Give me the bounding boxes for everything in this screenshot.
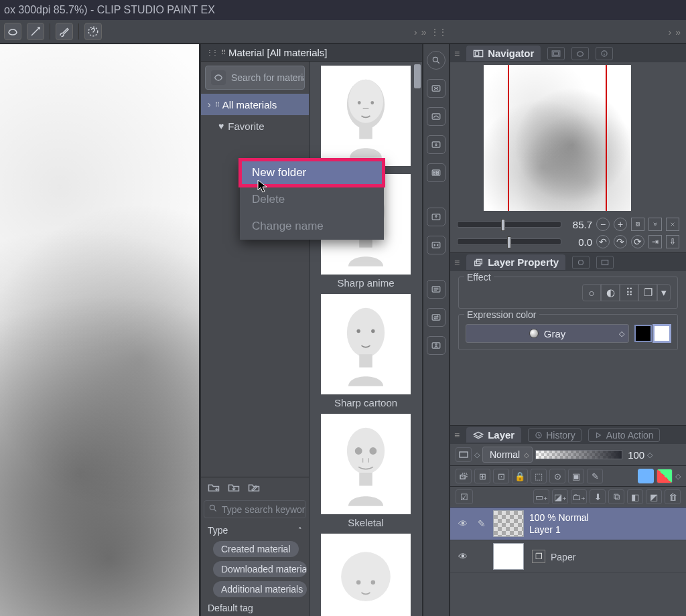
effect-dots-icon[interactable]: ⠿ (620, 284, 638, 301)
context-menu-new-folder[interactable]: New folder (240, 159, 384, 186)
chevron-right-icon[interactable]: › (414, 27, 417, 37)
new-vector-layer-icon[interactable]: ◪₊ (552, 489, 568, 504)
layer-mode-icon[interactable] (456, 447, 472, 462)
layer-thumbnail[interactable] (493, 543, 524, 570)
clip-mask-icon[interactable] (456, 469, 472, 483)
panel-grip-icon[interactable]: ≡ (454, 48, 460, 59)
zoom-slider[interactable] (457, 221, 561, 228)
tab-lp-extra-2-icon[interactable] (596, 256, 614, 269)
tree-item-favorite[interactable]: ♥ Favorite (201, 115, 309, 137)
import-folder-icon[interactable] (226, 481, 241, 493)
color-b-swatch[interactable] (657, 469, 673, 483)
help-tool-icon[interactable] (84, 23, 102, 40)
magic-wand-tool-icon[interactable] (27, 23, 44, 40)
material-thumbnails[interactable]: Sharp anime Sharp cartoon Skeletal (310, 62, 422, 616)
reference-layer-icon[interactable]: ⊞ (474, 469, 490, 483)
double-chevron-right-icon[interactable]: » (675, 27, 681, 37)
tab-lp-extra-1-icon[interactable] (572, 256, 590, 269)
strip-export-icon[interactable] (427, 208, 445, 226)
material-panel-header[interactable]: ⋮⋮ ⠿ Material [All materials] (201, 44, 422, 62)
visibility-eye-icon[interactable]: 👁 (456, 551, 470, 562)
black-swatch[interactable] (634, 325, 652, 342)
transfer-down-icon[interactable]: ⬇ (590, 489, 606, 504)
material-search-assets[interactable]: Search for materials on AS (205, 66, 305, 90)
strip-timeline-icon[interactable] (427, 280, 445, 299)
zoom-out-button[interactable]: − (596, 218, 610, 231)
rotate-cw-button[interactable]: ↷ (614, 235, 627, 248)
panel-grip-icon[interactable]: ≡ (454, 430, 460, 441)
context-menu-change-name[interactable]: Change name (240, 213, 384, 240)
material-keyword-search[interactable]: Type search keywor... (204, 500, 306, 518)
layer-row[interactable]: 👁 ✎ 100 % Normal Layer 1 (450, 508, 686, 540)
edit-folder-icon[interactable] (247, 481, 261, 493)
panel-grip-icon[interactable]: ⋮⋮ (206, 49, 217, 56)
panel-grip-icon[interactable]: ⋮⋮ (430, 27, 446, 37)
canvas-preview[interactable] (0, 44, 201, 616)
effect-border-icon[interactable]: ○ (582, 284, 601, 301)
scrollbar-thumb[interactable] (414, 64, 421, 88)
effect-layer-icon[interactable]: ❐ (638, 284, 657, 301)
material-scrollbar[interactable] (413, 62, 421, 616)
tree-item-all-materials[interactable]: › ⠿ All materials (201, 94, 309, 115)
material-thumb[interactable]: Sharp cartoon (321, 294, 411, 412)
strip-download-icon[interactable] (427, 135, 445, 154)
new-folder-layer-icon[interactable]: 🗀₊ (571, 489, 587, 504)
strip-grid-icon[interactable] (427, 163, 445, 182)
context-menu-delete[interactable]: Delete (240, 186, 384, 213)
chip-downloaded-material[interactable]: Downloaded material (213, 561, 307, 577)
double-chevron-right-icon[interactable]: » (421, 27, 427, 37)
layer-thumbnail[interactable] (493, 510, 524, 537)
new-raster-layer-icon[interactable]: ▭₊ (533, 489, 549, 504)
check-all-icon[interactable]: ☑ (456, 489, 473, 504)
flip-horizontal-button[interactable]: ⇥ (648, 235, 662, 248)
color-a-swatch[interactable] (638, 469, 654, 483)
tab-auto-action[interactable]: Auto Action (588, 429, 660, 442)
chevron-right-icon[interactable]: › (669, 27, 672, 37)
material-thumb[interactable] (321, 66, 411, 173)
delete-layer-icon[interactable]: 🗑 (665, 489, 681, 504)
rotate-ccw-button[interactable]: ↶ (596, 235, 610, 248)
freehand-select-tool-icon[interactable] (4, 23, 21, 40)
chip-created-material[interactable]: Created material (213, 541, 299, 557)
layer-list[interactable]: 👁 ✎ 100 % Normal Layer 1 👁 ❐ Paper (450, 508, 686, 616)
brush-tool-icon[interactable] (56, 23, 73, 40)
tab-layer[interactable]: Layer (466, 427, 521, 443)
tab-layer-property[interactable]: Layer Property (466, 254, 565, 270)
fit-width-button[interactable] (666, 218, 679, 231)
navigator-canvas[interactable] (484, 65, 631, 211)
panel-grip-icon[interactable]: ≡ (454, 257, 460, 268)
marker-icon[interactable]: ▣ (568, 469, 584, 483)
rotate-reset-button[interactable]: ⟳ (631, 235, 644, 248)
collapse-up-icon[interactable]: ˄ (298, 526, 302, 535)
rotation-slider[interactable] (457, 238, 561, 245)
strip-person-icon[interactable] (427, 336, 445, 355)
strip-folder-close-icon[interactable] (427, 79, 445, 98)
material-thumb[interactable] (321, 534, 411, 616)
quick-access-search-icon[interactable] (427, 51, 445, 70)
strip-exchange-icon[interactable] (427, 308, 445, 327)
draft-layer-icon[interactable]: ⊡ (493, 469, 509, 483)
white-swatch[interactable] (653, 325, 671, 342)
tab-history[interactable]: History (528, 429, 581, 442)
zoom-in-button[interactable]: + (614, 218, 627, 231)
expression-color-select[interactable]: Gray ◇ (466, 324, 629, 343)
opacity-slider[interactable] (535, 450, 622, 459)
new-folder-icon[interactable] (206, 481, 221, 493)
fit-screen-button[interactable] (631, 218, 644, 231)
strip-expand-icon[interactable] (427, 236, 445, 254)
fit-100-button[interactable] (648, 218, 662, 231)
tab-subview-icon[interactable] (547, 47, 565, 60)
effect-menu-icon[interactable]: ▾ (657, 284, 671, 301)
lightbulb-icon[interactable]: ⊙ (549, 469, 565, 483)
merge-down-icon[interactable]: ⧉ (608, 489, 624, 504)
tab-item-bank-icon[interactable] (571, 47, 589, 60)
apply-mask-icon[interactable]: ◩ (646, 489, 662, 504)
chip-additional-materials[interactable]: Additional materials (213, 581, 307, 597)
visibility-eye-icon[interactable]: 👁 (456, 518, 470, 529)
blend-mode-select[interactable]: Normal (482, 447, 533, 463)
active-pen-icon[interactable]: ✎ (476, 518, 488, 529)
tab-info-icon[interactable] (596, 47, 613, 60)
lock-layer-icon[interactable]: 🔒 (512, 469, 528, 483)
material-thumb[interactable]: Skeletal (321, 414, 411, 532)
ruler-icon[interactable]: ✎ (587, 469, 603, 483)
